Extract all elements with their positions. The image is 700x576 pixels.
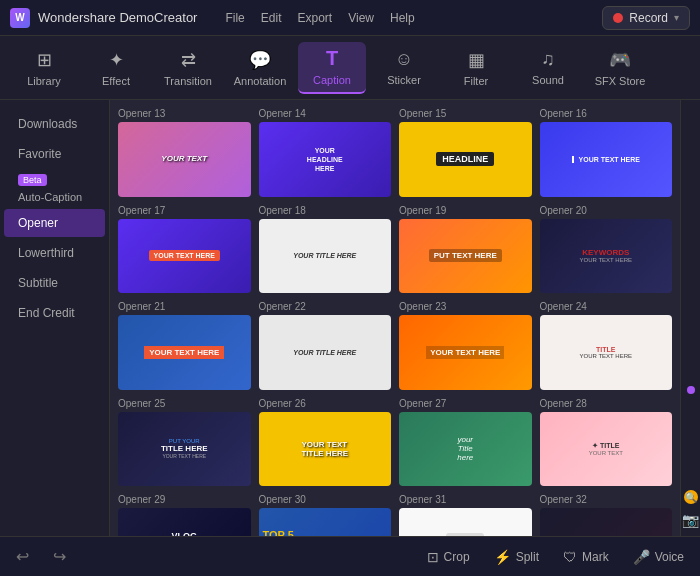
toolbar-sfxstore-label: SFX Store xyxy=(595,75,646,87)
toolbar-transition-label: Transition xyxy=(164,75,212,87)
grid-thumb-16[interactable]: YOUR TEXT HERE xyxy=(540,122,673,197)
redo-button[interactable]: ↪ xyxy=(53,547,66,566)
grid-thumb-24[interactable]: TITLEYOUR TEXT HERE xyxy=(540,315,673,390)
annotation-icon: 💬 xyxy=(249,49,271,71)
menu-export[interactable]: Export xyxy=(297,11,332,25)
split-icon: ⚡ xyxy=(494,549,511,565)
grid-item-opener-27[interactable]: Opener 27yourTitlehere xyxy=(399,398,532,487)
app-name: Wondershare DemoCreator xyxy=(38,10,197,25)
grid-item-opener-25[interactable]: Opener 25PUT YOURTITLE HEREYOUR TEXT HER… xyxy=(118,398,251,487)
grid-item-opener-26[interactable]: Opener 26YOUR TEXTTITLE HERE xyxy=(259,398,392,487)
menu-view[interactable]: View xyxy=(348,11,374,25)
menu-file[interactable]: File xyxy=(225,11,244,25)
toolbar-annotation[interactable]: 💬 Annotation xyxy=(226,42,294,94)
grid-label-22: Opener 22 xyxy=(259,301,392,312)
toolbar-annotation-label: Annotation xyxy=(234,75,287,87)
split-button[interactable]: ⚡ Split xyxy=(494,549,539,565)
grid-label-21: Opener 21 xyxy=(118,301,251,312)
grid-thumb-23[interactable]: YOUR TEXT HERE xyxy=(399,315,532,390)
sidebar-item-subtitle[interactable]: Subtitle xyxy=(4,269,105,297)
grid-item-opener-21[interactable]: Opener 21YOUR TEXT HERE xyxy=(118,301,251,390)
menu-help[interactable]: Help xyxy=(390,11,415,25)
record-label: Record xyxy=(629,11,668,25)
grid-label-20: Opener 20 xyxy=(540,205,673,216)
grid-label-25: Opener 25 xyxy=(118,398,251,409)
caption-icon: T xyxy=(326,47,338,70)
grid-thumb-14[interactable]: YOURHEADLINEHERE xyxy=(259,122,392,197)
toolbar-caption[interactable]: T Caption xyxy=(298,42,366,94)
grid-thumb-28[interactable]: ✦ TITLEYOUR TEXT xyxy=(540,412,673,487)
toolbar-effect[interactable]: ✦ Effect xyxy=(82,42,150,94)
grid-thumb-19[interactable]: PUT TEXT HERE xyxy=(399,219,532,294)
chevron-down-icon: ▾ xyxy=(674,12,679,23)
grid-label-27: Opener 27 xyxy=(399,398,532,409)
undo-button[interactable]: ↩ xyxy=(16,547,29,566)
grid-item-opener-15[interactable]: Opener 15HEADLINE xyxy=(399,108,532,197)
grid-label-17: Opener 17 xyxy=(118,205,251,216)
grid-thumb-27[interactable]: yourTitlehere xyxy=(399,412,532,487)
grid-thumb-31[interactable]: VLOG#10 xyxy=(399,508,532,536)
grid-item-opener-14[interactable]: Opener 14YOURHEADLINEHERE xyxy=(259,108,392,197)
grid-item-opener-32[interactable]: Opener 32VLOG #10YOUR CHANNEL NAMEYOUR T… xyxy=(540,494,673,536)
grid-label-23: Opener 23 xyxy=(399,301,532,312)
grid-thumb-30[interactable]: TOP 5YOURTITLEHERE xyxy=(259,508,392,536)
grid-thumb-32[interactable]: VLOG #10YOUR CHANNEL NAMEYOUR TEXT HERE xyxy=(540,508,673,536)
sidebar-item-downloads[interactable]: Downloads xyxy=(4,110,105,138)
sidebar-item-lowerthird[interactable]: Lowerthird xyxy=(4,239,105,267)
menu-edit[interactable]: Edit xyxy=(261,11,282,25)
grid-item-opener-17[interactable]: Opener 17YOUR TEXT HERE xyxy=(118,205,251,294)
camera-icon[interactable]: 📷 xyxy=(682,512,699,528)
bottom-bar: ↩ ↪ ⊡ Crop ⚡ Split 🛡 Mark 🎤 Voice xyxy=(0,536,700,576)
grid-thumb-29[interactable]: VLOG#10CHANNEL N xyxy=(118,508,251,536)
grid-thumb-26[interactable]: YOUR TEXTTITLE HERE xyxy=(259,412,392,487)
grid-item-opener-28[interactable]: Opener 28✦ TITLEYOUR TEXT xyxy=(540,398,673,487)
grid-thumb-21[interactable]: YOUR TEXT HERE xyxy=(118,315,251,390)
toolbar-transition[interactable]: ⇄ Transition xyxy=(154,42,222,94)
sidebar: Downloads Favorite BetaAuto-Caption Open… xyxy=(0,100,110,536)
sidebar-item-opener[interactable]: Opener xyxy=(4,209,105,237)
sidebar-item-endcredit[interactable]: End Credit xyxy=(4,299,105,327)
grid-thumb-20[interactable]: KEYWORDSYOUR TEXT HERE xyxy=(540,219,673,294)
sidebar-item-autocaption[interactable]: BetaAuto-Caption xyxy=(4,170,105,207)
grid-item-opener-23[interactable]: Opener 23YOUR TEXT HERE xyxy=(399,301,532,390)
right-panel: 🔍 📷 xyxy=(680,100,700,536)
grid-label-18: Opener 18 xyxy=(259,205,392,216)
grid-item-opener-29[interactable]: Opener 29VLOG#10CHANNEL N xyxy=(118,494,251,536)
grid-item-opener-13[interactable]: Opener 13YOUR TEXT xyxy=(118,108,251,197)
grid-item-opener-18[interactable]: Opener 18YOUR TITLE HERE xyxy=(259,205,392,294)
grid-item-opener-24[interactable]: Opener 24TITLEYOUR TEXT HERE xyxy=(540,301,673,390)
grid-thumb-17[interactable]: YOUR TEXT HERE xyxy=(118,219,251,294)
scroll-indicator xyxy=(687,386,695,394)
mark-button[interactable]: 🛡 Mark xyxy=(563,549,609,565)
grid-thumb-22[interactable]: YOUR TITLE HERE xyxy=(259,315,392,390)
grid-thumb-15[interactable]: HEADLINE xyxy=(399,122,532,197)
grid-item-opener-19[interactable]: Opener 19PUT TEXT HERE xyxy=(399,205,532,294)
grid-label-31: Opener 31 xyxy=(399,494,532,505)
grid-thumb-13[interactable]: YOUR TEXT xyxy=(118,122,251,197)
content-grid-area: Opener 13YOUR TEXTOpener 14YOURHEADLINEH… xyxy=(110,100,680,536)
filter-icon: ▦ xyxy=(468,49,485,71)
grid-thumb-18[interactable]: YOUR TITLE HERE xyxy=(259,219,392,294)
grid-item-opener-16[interactable]: Opener 16YOUR TEXT HERE xyxy=(540,108,673,197)
crop-button[interactable]: ⊡ Crop xyxy=(427,549,470,565)
sidebar-item-favorite[interactable]: Favorite xyxy=(4,140,105,168)
record-button[interactable]: Record ▾ xyxy=(602,6,690,30)
grid-item-opener-31[interactable]: Opener 31VLOG#10 xyxy=(399,494,532,536)
toolbar-filter-label: Filter xyxy=(464,75,488,87)
toolbar-sfxstore[interactable]: 🎮 SFX Store xyxy=(586,42,654,94)
crop-icon: ⊡ xyxy=(427,549,439,565)
search-icon[interactable]: 🔍 xyxy=(684,490,698,504)
grid-item-opener-30[interactable]: Opener 30TOP 5YOURTITLEHERE xyxy=(259,494,392,536)
sound-icon: ♫ xyxy=(541,49,555,70)
toolbar-sticker[interactable]: ☺ Sticker xyxy=(370,42,438,94)
voice-button[interactable]: 🎤 Voice xyxy=(633,549,684,565)
toolbar-sound[interactable]: ♫ Sound xyxy=(514,42,582,94)
grid-label-32: Opener 32 xyxy=(540,494,673,505)
grid-item-opener-20[interactable]: Opener 20KEYWORDSYOUR TEXT HERE xyxy=(540,205,673,294)
grid-item-opener-22[interactable]: Opener 22YOUR TITLE HERE xyxy=(259,301,392,390)
record-dot xyxy=(613,13,623,23)
grid-thumb-25[interactable]: PUT YOURTITLE HEREYOUR TEXT HERE xyxy=(118,412,251,487)
toolbar-filter[interactable]: ▦ Filter xyxy=(442,42,510,94)
voice-icon: 🎤 xyxy=(633,549,650,565)
toolbar-library[interactable]: ⊞ Library xyxy=(10,42,78,94)
